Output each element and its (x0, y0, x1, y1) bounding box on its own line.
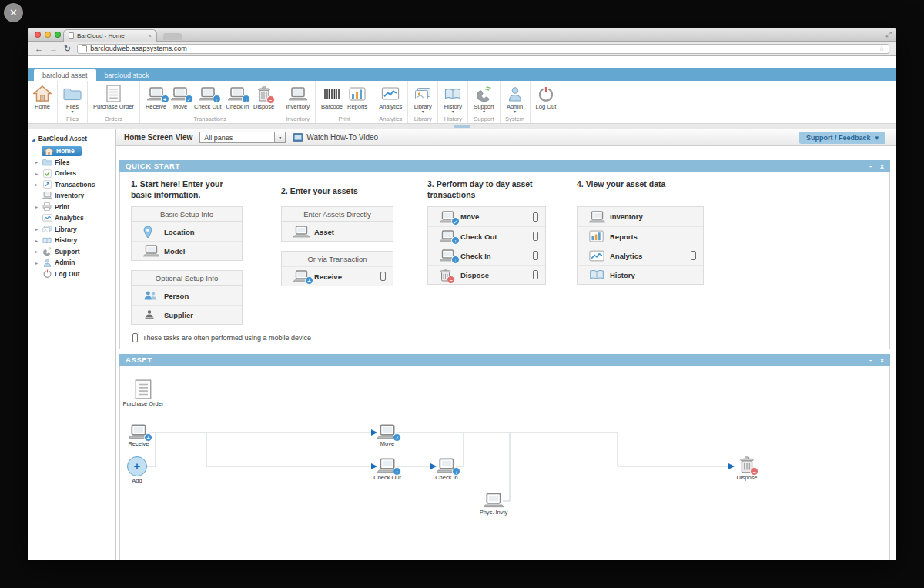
close-panel-icon[interactable]: x (880, 162, 884, 170)
select-caret-icon[interactable]: ▾ (274, 132, 285, 142)
tree-root-barcloud-asset[interactable]: ◢ BarCloud Asset (32, 135, 116, 142)
step4-heading: 4. View your asset data (577, 179, 704, 202)
sidebar-item-files[interactable]: ▸ Files (32, 157, 116, 169)
expand-arrow-icon[interactable]: ▸ (35, 260, 38, 266)
lightbox-close-icon[interactable]: ✕ (4, 3, 23, 22)
sidebar-item-library[interactable]: ▸ Library (32, 224, 116, 236)
sidebar-item-orders[interactable]: ▸ Orders (32, 168, 116, 179)
ribbon-collapse-handle[interactable] (454, 125, 470, 128)
expand-arrow-icon[interactable]: ▸ (35, 159, 38, 165)
sidebar-item-home[interactable]: Home (32, 145, 116, 157)
ribbon-collapse-strip (28, 124, 896, 129)
dispose-link[interactable]: − Dispose (428, 265, 545, 284)
sidebar-item-support[interactable]: ▸ Support (32, 246, 116, 258)
panes-select[interactable]: All panes ▾ (199, 132, 286, 143)
dispose-icon: − (739, 456, 755, 473)
check-in-button[interactable]: ↓ Check In (224, 82, 252, 110)
flow-node-move[interactable]: ✓ Move (363, 424, 412, 447)
ribbon-tabbar: barcloud asset barcloud stock (28, 68, 896, 81)
minimize-window-icon[interactable] (45, 32, 51, 38)
admin-button[interactable]: Admin ▾ (504, 82, 527, 114)
reload-icon[interactable]: ↻ (64, 45, 71, 53)
sidebar-item-inventory[interactable]: Inventory (32, 190, 116, 202)
person-link[interactable]: Person (132, 286, 242, 305)
asset-link[interactable]: Asset (282, 222, 393, 241)
model-link[interactable]: Model (132, 241, 242, 260)
flow-node-add[interactable]: + Add (116, 456, 162, 484)
flow-node-phys-invty[interactable]: Phys. Invty (469, 493, 518, 516)
check-out-button[interactable]: ↑ Check Out (192, 82, 223, 110)
location-link[interactable]: Location (132, 222, 242, 241)
expand-arrow-icon[interactable]: ▸ (35, 204, 38, 209)
reports-link[interactable]: Reports (578, 226, 703, 246)
check-out-icon: ↑ (199, 84, 217, 103)
tab-close-icon[interactable]: × (148, 32, 152, 39)
inventory-button[interactable]: Inventory (283, 82, 312, 110)
sidebar-item-analytics[interactable]: Analytics (32, 212, 116, 224)
receive-button[interactable]: + Receive (143, 82, 169, 110)
back-icon[interactable]: ← (35, 45, 43, 53)
log-out-button[interactable]: Log Out (534, 82, 559, 110)
book-icon (589, 269, 610, 280)
zoom-window-icon[interactable] (55, 32, 61, 38)
home-button[interactable]: Home (31, 82, 54, 110)
collapse-arrow-icon[interactable]: ◢ (32, 136, 35, 142)
watch-video-link[interactable]: Watch How-To Video (293, 133, 378, 142)
purchase-order-button[interactable]: Purchase Order (91, 82, 136, 110)
sidebar-item-admin[interactable]: ▸ Admin (32, 257, 116, 269)
power-icon (538, 84, 554, 103)
flow-node-receive[interactable]: + Receive (116, 424, 163, 447)
sidebar-item-history[interactable]: ▸ History (32, 235, 116, 246)
receive-icon: + (293, 270, 314, 282)
check-out-link[interactable]: ↑ Check Out (428, 226, 545, 246)
move-link[interactable]: ✓ Move (428, 207, 545, 226)
analytics-link[interactable]: Analytics (578, 246, 703, 265)
history-button[interactable]: History ▾ (441, 82, 464, 114)
library-button[interactable]: Library ▾ (411, 82, 434, 114)
check-in-link[interactable]: ↓ Check In (428, 246, 545, 265)
sidebar-item-log-out[interactable]: Log Out (32, 269, 116, 280)
flow-node-dispose[interactable]: − Dispose (722, 456, 772, 481)
move-icon: ✓ (171, 84, 189, 103)
supplier-link[interactable]: Supplier (132, 305, 242, 324)
reports-button[interactable]: Reports (345, 82, 370, 110)
ribbon-group-home: Home (28, 81, 58, 123)
bookmark-star-icon[interactable]: ☆ (879, 45, 885, 52)
barcode-button[interactable]: Barcode (319, 82, 345, 110)
move-button[interactable]: ✓ Move (169, 82, 192, 110)
tab-barcloud-asset[interactable]: barcloud asset (34, 69, 96, 81)
dropdown-caret-icon: ▾ (514, 110, 516, 114)
fullscreen-icon[interactable]: ⤢ (886, 30, 892, 39)
receive-link[interactable]: + Receive (282, 266, 393, 286)
close-window-icon[interactable] (35, 32, 41, 38)
flow-node-check-out[interactable]: ↑ Check Out (363, 458, 412, 481)
dispose-button[interactable]: − Dispose (251, 82, 276, 110)
browser-tab[interactable]: BarCloud - Home × (63, 29, 157, 42)
flow-node-check-in[interactable]: ↓ Check In (422, 458, 471, 481)
mobile-device-icon (533, 251, 538, 260)
inventory-link[interactable]: Inventory (578, 207, 703, 226)
forward-icon[interactable]: → (49, 45, 58, 53)
close-panel-icon[interactable]: x (880, 356, 884, 364)
new-tab-button[interactable] (163, 33, 182, 40)
minimize-panel-icon[interactable]: - (869, 356, 872, 364)
ribbon-group-inventory: Inventory Inventory (280, 81, 316, 123)
flow-node-purchase-order[interactable]: Purchase Order (119, 379, 168, 407)
history-link[interactable]: History (578, 265, 703, 284)
files-button[interactable]: Files ▾ (61, 82, 84, 114)
analytics-button[interactable]: Analytics (377, 82, 404, 110)
minimize-panel-icon[interactable]: - (869, 162, 872, 170)
sidebar-item-transactions[interactable]: ▸ Transactions (32, 179, 116, 191)
sidebar-item-print[interactable]: ▸ Print (32, 202, 116, 213)
expand-arrow-icon[interactable]: ▸ (35, 249, 38, 254)
mobile-device-icon (691, 251, 696, 260)
expand-arrow-icon[interactable]: ▸ (35, 182, 38, 187)
support-button[interactable]: Support ▾ (471, 82, 496, 114)
expand-arrow-icon[interactable]: ▸ (35, 226, 38, 232)
mobile-footnote: These tasks are often performed using a … (131, 333, 879, 342)
url-bar[interactable]: barcloudweb.asapsystems.com ☆ (77, 44, 889, 54)
support-feedback-button[interactable]: Support / Feedback ▾ (799, 132, 886, 144)
tab-barcloud-stock[interactable]: barcloud stock (96, 69, 158, 81)
expand-arrow-icon[interactable]: ▸ (35, 238, 38, 243)
expand-arrow-icon[interactable]: ▸ (35, 171, 38, 176)
